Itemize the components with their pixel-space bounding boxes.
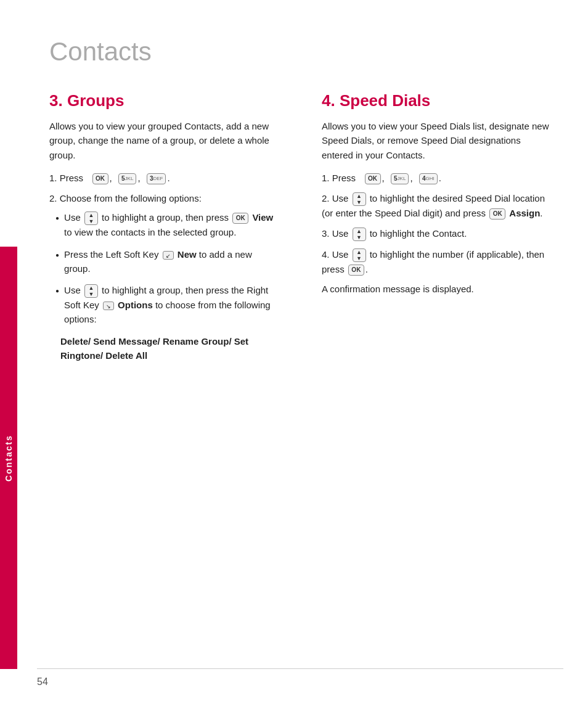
bullet-list: Use ▲▼ to highlight a group, then press … bbox=[55, 210, 279, 326]
nav-updown-1: ▲▼ bbox=[84, 211, 98, 225]
sub-options: Delete/ Send Message/ Rename Group/ Set … bbox=[60, 334, 279, 363]
section-4-title: 4. Speed Dials bbox=[322, 91, 551, 110]
step-4-1: 1. Press OK, 5JKL, 4GHI. bbox=[322, 171, 551, 185]
section-4-intro: Allows you to view your Speed Dials list… bbox=[322, 119, 551, 162]
sidebar: Contacts bbox=[0, 247, 17, 669]
bullet-2: Press the Left Soft Key ↙ New to add a n… bbox=[55, 247, 279, 276]
step-4-1-text: 1. Press OK, 5JKL, 4GHI. bbox=[322, 173, 441, 183]
nav-updown-3: ▲▼ bbox=[353, 192, 366, 206]
nav-updown-5: ▲▼ bbox=[353, 248, 366, 262]
sidebar-label: Contacts bbox=[4, 435, 14, 482]
confirmation-text: A confirmation message is displayed. bbox=[322, 282, 551, 296]
step-4-2-text: 2. Use ▲▼ to highlight the desired Speed… bbox=[322, 193, 545, 218]
page-number: 54 bbox=[37, 676, 48, 688]
left-soft-key-1: ↙ bbox=[163, 251, 174, 260]
section-3-groups: 3. Groups Allows you to view your groupe… bbox=[49, 91, 291, 369]
nav-updown-4: ▲▼ bbox=[353, 228, 366, 241]
section-3-steps: 1. Press OK, 5JKL, 3DEF. 2. Choose from … bbox=[49, 171, 279, 363]
bullet-3: Use ▲▼ to highlight a group, then press … bbox=[55, 283, 279, 327]
page-title: Contacts bbox=[49, 37, 551, 67]
key-3def-1: 3DEF bbox=[147, 173, 166, 184]
key-5jkl-2: 5JKL bbox=[391, 173, 409, 184]
section-4-speed-dials: 4. Speed Dials Allows you to view your S… bbox=[316, 91, 551, 369]
step-4-4-text: 4. Use ▲▼ to highlight the number (if ap… bbox=[322, 249, 544, 274]
section-4-steps: 1. Press OK, 5JKL, 4GHI. 2. Use ▲▼ to hi… bbox=[322, 171, 551, 296]
ok-key-b1: OK bbox=[232, 213, 248, 224]
bullet-3-text: Use ▲▼ to highlight a group, then press … bbox=[64, 283, 279, 327]
step-4-3-text: 3. Use ▲▼ to highlight the Contact. bbox=[322, 228, 467, 239]
step-4-4: 4. Use ▲▼ to highlight the number (if ap… bbox=[322, 247, 551, 296]
bullet-1-text: Use ▲▼ to highlight a group, then press … bbox=[64, 210, 279, 239]
content-area: 3. Groups Allows you to view your groupe… bbox=[49, 91, 551, 369]
section-3-intro: Allows you to view your grouped Contacts… bbox=[49, 119, 279, 162]
nav-updown-2: ▲▼ bbox=[84, 284, 98, 298]
right-soft-key-1: ↘ bbox=[103, 302, 114, 310]
section-3-title: 3. Groups bbox=[49, 91, 279, 110]
key-5jkl-1: 5JKL bbox=[118, 173, 136, 184]
ok-key-s2: OK bbox=[489, 208, 505, 220]
ok-key-s4: OK bbox=[348, 265, 364, 276]
ok-key-1: OK bbox=[92, 173, 108, 184]
bullet-1: Use ▲▼ to highlight a group, then press … bbox=[55, 210, 279, 239]
bullet-2-text: Press the Left Soft Key ↙ New to add a n… bbox=[64, 247, 279, 276]
page: Contacts 3. Groups Allows you to view yo… bbox=[0, 0, 588, 706]
step-4-2: 2. Use ▲▼ to highlight the desired Speed… bbox=[322, 191, 551, 220]
bottom-divider bbox=[37, 668, 563, 669]
ok-key-2: OK bbox=[365, 173, 381, 184]
step-3-2: 2. Choose from the following options: Us… bbox=[49, 191, 279, 363]
step-3-2-text: 2. Choose from the following options: bbox=[49, 193, 202, 203]
key-4ghi-1: 4GHI bbox=[419, 173, 438, 184]
step-3-1: 1. Press OK, 5JKL, 3DEF. bbox=[49, 171, 279, 185]
step-3-1-text: 1. Press OK, 5JKL, 3DEF. bbox=[49, 173, 170, 183]
step-4-3: 3. Use ▲▼ to highlight the Contact. bbox=[322, 226, 551, 241]
